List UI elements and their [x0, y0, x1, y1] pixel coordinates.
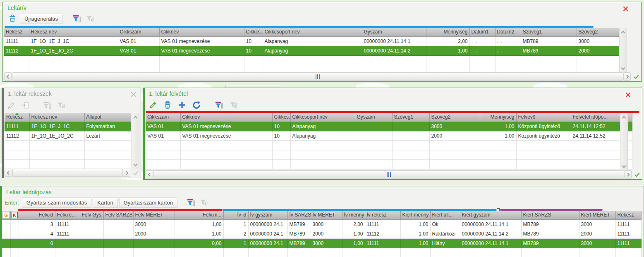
cell[interactable]: 1,00 [400, 219, 430, 229]
column-header[interactable]: Felv.m... [175, 211, 223, 219]
scroll-right-icon[interactable] [123, 169, 130, 177]
scroll-up-icon[interactable] [620, 29, 627, 36]
column-header[interactable]: Szöveg2 [429, 113, 480, 121]
cell[interactable] [10, 229, 19, 238]
cell[interactable] [103, 219, 133, 229]
cell[interactable] [103, 229, 133, 238]
empty-row[interactable] [146, 159, 632, 169]
cell[interactable]: 11112 [4, 46, 29, 55]
column-header[interactable]: Kiért MÉRET [579, 211, 615, 219]
column-header[interactable]: Cikkszám [146, 113, 180, 121]
column-header[interactable]: Rekesz név [29, 113, 84, 121]
filter-icon[interactable] [213, 100, 225, 110]
cell[interactable]: VAS 01 [118, 36, 159, 46]
scroll-down-icon[interactable] [132, 162, 139, 169]
table-row[interactable]: 111121F_1O_1E_JO_2CVAS 01VAS 01 megnevez… [4, 46, 619, 55]
cell[interactable]: 3000 [429, 121, 480, 131]
cell[interactable]: Alapanyag [290, 131, 355, 140]
cell[interactable]: Alapanyag [263, 36, 362, 46]
cell[interactable]: 0 [19, 238, 55, 248]
add-plus-icon[interactable] [176, 100, 188, 110]
column-header[interactable]: Szöveg1 [521, 28, 577, 36]
scrollbar-grip-icon[interactable] [316, 74, 320, 79]
scroll-left-icon[interactable] [5, 169, 12, 177]
column-header[interactable]: Ív MÉRET [311, 211, 342, 219]
cell[interactable]: . . [469, 36, 495, 46]
table-row[interactable]: 311111 30001,00100000000 24.1MB78930002,… [2, 219, 641, 229]
column-header[interactable]: Kiért menny [400, 211, 430, 219]
cell[interactable]: 1,00 [175, 219, 223, 229]
column-header[interactable]: Ív SARZS [287, 211, 311, 219]
cell[interactable] [2, 229, 10, 238]
close-icon[interactable] [623, 6, 630, 13]
column-header[interactable]: Mennyiség [480, 113, 516, 121]
column-header[interactable]: Állapot [84, 113, 131, 121]
table-row[interactable]: 111111F_1O_1E_J_1CFolyamatban [5, 121, 131, 131]
cell[interactable]: 3000 [579, 238, 615, 248]
cell[interactable]: 00000000 24.11.14 2 [362, 46, 426, 55]
scrollbar-track[interactable] [12, 169, 123, 177]
table-row[interactable]: 111111F_1O_1E_J_1CVAS 01VAS 01 megnevezé… [4, 36, 619, 46]
column-header[interactable]: Kiért gyszám [460, 211, 521, 219]
cell[interactable]: 3000 [579, 219, 615, 229]
scroll-right-icon[interactable] [624, 170, 632, 178]
cell[interactable]: 2000 [579, 229, 615, 238]
cell[interactable]: 11112 [365, 229, 400, 238]
karton-button[interactable]: Karton [93, 198, 117, 208]
cell[interactable]: 2,00 [426, 36, 469, 46]
filter-icon[interactable] [71, 13, 82, 24]
scrollbar-track[interactable] [153, 170, 624, 178]
trash-icon[interactable] [7, 13, 18, 24]
cell[interactable]: 2000 [133, 229, 175, 238]
cell[interactable]: 1,00 [342, 229, 365, 238]
scroll-down-icon[interactable] [620, 65, 627, 72]
cell[interactable]: 3000 [577, 36, 619, 46]
empty-row[interactable] [4, 65, 619, 73]
cell[interactable]: 2 [223, 229, 248, 238]
table-row[interactable]: 411111 20001,00200000000 24.1MB78920001,… [2, 229, 641, 238]
cell[interactable]: . . [495, 46, 521, 55]
cell[interactable]: 3 [19, 219, 55, 229]
cell[interactable]: Központi ügyintéző [516, 131, 571, 140]
empty-row[interactable] [146, 150, 632, 159]
column-header[interactable]: Ív menny [342, 211, 365, 219]
cell[interactable]: MB789 [521, 46, 577, 55]
serial-karton-button[interactable]: Gyártásiszám karton [119, 198, 177, 208]
cell[interactable]: 1F_1O_1E_J_1C [29, 36, 118, 46]
cell[interactable]: 2000 [577, 46, 619, 55]
column-header[interactable]: Ív id [223, 211, 248, 219]
cell[interactable]: 00000000 24.11.14 1 [362, 36, 426, 46]
cell[interactable]: MB789 [287, 219, 311, 229]
cell[interactable] [55, 238, 80, 248]
column-header[interactable]: Dátum1 [469, 28, 495, 36]
cell[interactable] [10, 219, 19, 229]
cell[interactable]: 1,00 [175, 229, 223, 238]
cell[interactable]: 00000000 24.11.14 1 [460, 219, 521, 229]
empty-row[interactable] [5, 150, 131, 159]
filter-icon[interactable] [185, 197, 196, 208]
cell[interactable]: 1 [223, 219, 248, 229]
cell[interactable]: VAS 01 [146, 131, 180, 140]
cell[interactable]: 3000 [311, 219, 342, 229]
column-header[interactable]: Cikknév [159, 28, 244, 36]
scroll-up-icon[interactable] [620, 114, 627, 121]
cell[interactable]: 10 [244, 46, 263, 55]
cell[interactable]: 00000000 24.11.14 1 [460, 238, 521, 248]
column-header[interactable]: Felv MÉRET [133, 211, 175, 219]
column-header[interactable]: G [2, 211, 10, 219]
cell[interactable] [80, 219, 103, 229]
cell[interactable]: 11112 [5, 131, 29, 140]
column-header[interactable]: Felv.re... [55, 211, 80, 219]
cell[interactable]: 0,00 [175, 238, 223, 248]
scroll-right-icon[interactable] [623, 72, 631, 81]
leltariv-vertical-scrollbar[interactable] [619, 28, 627, 73]
column-header[interactable]: Felvevő [516, 113, 571, 121]
scroll-down-icon[interactable] [620, 163, 627, 170]
cell[interactable]: 11111 [5, 121, 29, 131]
close-icon[interactable] [131, 91, 138, 99]
cell[interactable]: . . [469, 46, 495, 55]
cell[interactable]: 11111 [365, 238, 400, 248]
cell[interactable]: VAS 01 megnevezése [180, 121, 272, 131]
cell[interactable]: 2000 [429, 131, 480, 140]
cell[interactable]: 11111 [615, 229, 641, 238]
